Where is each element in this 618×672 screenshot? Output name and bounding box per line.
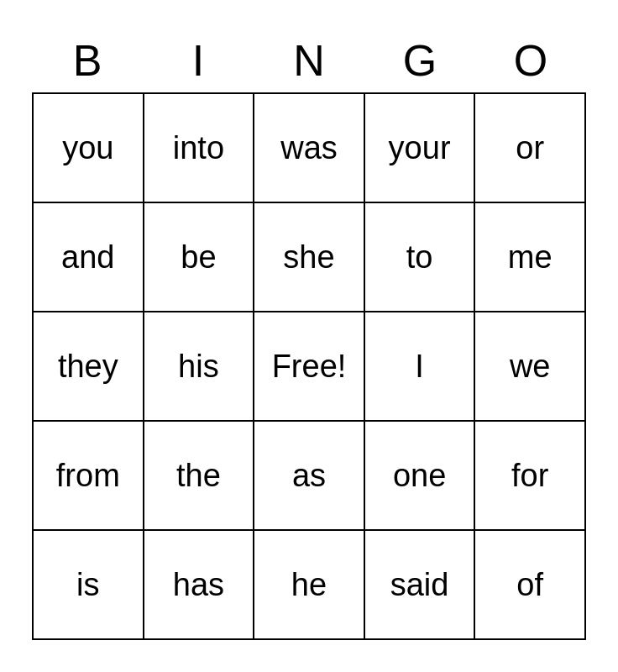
bingo-cell: for: [475, 422, 584, 529]
bingo-cell: is: [34, 531, 144, 638]
bingo-cell: was: [254, 94, 365, 202]
bingo-cell: his: [144, 312, 255, 420]
bingo-cell: into: [144, 94, 255, 202]
bingo-row: fromtheasonefor: [34, 422, 584, 531]
bingo-grid: youintowasyourorandbeshetometheyhisFree!…: [32, 92, 586, 640]
bingo-cell: I: [365, 312, 476, 420]
bingo-cell: your: [365, 94, 476, 202]
bingo-cell: he: [254, 531, 365, 638]
bingo-cell: said: [365, 531, 476, 638]
bingo-cell: one: [365, 422, 476, 529]
bingo-header-letter: B: [32, 32, 143, 89]
bingo-cell: you: [34, 94, 144, 202]
bingo-header-letter: I: [143, 32, 254, 89]
bingo-cell: we: [475, 312, 584, 420]
bingo-cell: be: [144, 203, 255, 311]
bingo-cell: and: [34, 203, 144, 311]
bingo-header-letter: G: [364, 32, 475, 89]
bingo-row: andbeshetome: [34, 203, 584, 312]
bingo-cell: to: [365, 203, 476, 311]
bingo-header: BINGO: [32, 32, 586, 89]
bingo-cell: they: [34, 312, 144, 420]
bingo-row: ishashesaidof: [34, 531, 584, 638]
bingo-cell: has: [144, 531, 255, 638]
bingo-cell: me: [475, 203, 584, 311]
bingo-row: theyhisFree!Iwe: [34, 312, 584, 422]
bingo-row: youintowasyouror: [34, 94, 584, 203]
bingo-cell: Free!: [254, 312, 365, 420]
bingo-cell: of: [475, 531, 584, 638]
bingo-cell: or: [475, 94, 584, 202]
bingo-cell: from: [34, 422, 144, 529]
bingo-cell: she: [254, 203, 365, 311]
bingo-header-letter: N: [254, 32, 364, 89]
bingo-cell: the: [144, 422, 255, 529]
bingo-header-letter: O: [475, 32, 586, 89]
bingo-card: BINGO youintowasyourorandbeshetometheyhi…: [15, 15, 603, 657]
bingo-cell: as: [254, 422, 365, 529]
